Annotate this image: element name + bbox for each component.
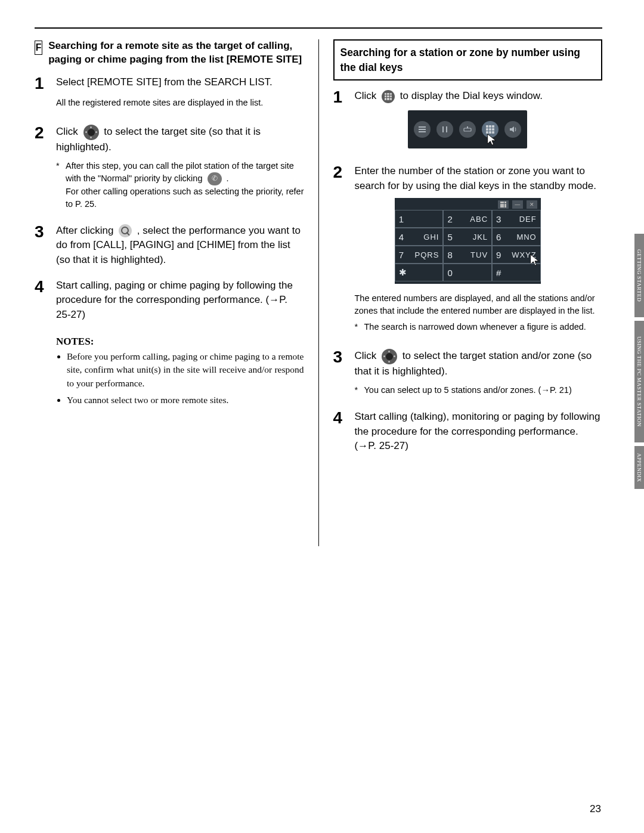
page-number: 23 (590, 803, 601, 815)
svg-rect-0 (419, 126, 426, 128)
text: After clicking (56, 225, 116, 236)
keypad-illustration: — ✕ 12ABC3DEF4GHI5JKL6MNO7PQRS8TUV9WXYZ✱… (395, 198, 541, 284)
close-icon: ✕ (527, 200, 537, 209)
asterisk: * (355, 321, 361, 333)
step-number: 4 (35, 278, 48, 323)
note-text: The search is narrowed down whenever a f… (364, 321, 586, 333)
notes-list: Before you perform calling, paging or ch… (56, 350, 304, 407)
dial-keys-icon (382, 90, 395, 103)
keypad-key: 7PQRS (395, 246, 444, 264)
keypad-key: # (492, 264, 541, 281)
step-text: Start calling, paging or chime paging by… (56, 278, 304, 323)
step-note: The entered numbers are displayed, and a… (355, 292, 603, 317)
center-button-icon (382, 349, 397, 364)
svg-rect-4 (467, 126, 468, 128)
text: Click (355, 90, 380, 101)
note-text: After this step, you can call the pilot … (66, 160, 304, 210)
dial-keys-icon (482, 121, 499, 138)
keypad-key: 2ABC (443, 210, 492, 228)
column-divider (318, 39, 319, 546)
box-heading: Searching for a station or zone by numbe… (333, 39, 603, 80)
step-number: 1 (333, 89, 346, 106)
step-number: 2 (333, 164, 346, 193)
step-number: 3 (333, 349, 346, 379)
text: After this step, you can call the pilot … (66, 161, 294, 183)
search-icon (119, 224, 132, 237)
keypad-key: 9WXYZ (492, 246, 541, 264)
text: For other calling operations such as sel… (66, 187, 304, 209)
keypad-key: ✱ (395, 264, 444, 281)
notes-heading: NOTES: (56, 336, 304, 348)
call-icon: ✆ (208, 172, 222, 185)
step-text: Start calling (talking), monitoring or p… (355, 410, 603, 454)
keypad-key: 3DEF (492, 210, 541, 228)
step-note: All the registered remote sites are disp… (56, 97, 304, 109)
minimize-icon: — (512, 200, 523, 209)
section-badge: F (35, 41, 42, 55)
step-text: After clicking , select the performance … (56, 224, 304, 268)
svg-rect-3 (464, 128, 471, 131)
step-text: Enter the number of the station or zone … (355, 164, 603, 193)
tools-icon (436, 121, 453, 138)
center-button-icon (83, 125, 99, 140)
left-column: F Searching for a remote site as the tar… (35, 39, 304, 546)
step-number: 3 (35, 224, 48, 268)
text: Click (355, 351, 380, 362)
side-tabs: GETTING STARTED USING THE PC MASTER STAT… (634, 234, 644, 489)
text: . (227, 174, 229, 183)
step-number: 2 (35, 125, 48, 155)
keypad-key: 4GHI (395, 228, 444, 246)
keypad-key: 5JKL (443, 228, 492, 246)
toolbar-illustration (408, 110, 527, 148)
top-rule (35, 27, 602, 29)
step-number: 4 (333, 410, 346, 454)
list-icon (414, 121, 431, 138)
right-column: Searching for a station or zone by numbe… (333, 39, 603, 546)
keypad-key: 1 (395, 210, 444, 228)
svg-rect-1 (419, 129, 426, 130)
note-item: You cannot select two or more remote sit… (67, 394, 304, 407)
asterisk: * (56, 160, 62, 210)
keypad-key: 6MNO (492, 228, 541, 246)
keyboard-icon (459, 121, 476, 138)
speaker-icon (504, 121, 521, 138)
keypad-min-icon (498, 200, 509, 209)
text: to display the Dial keys window. (400, 90, 543, 101)
note-item: Before you perform calling, paging or ch… (67, 350, 304, 390)
keypad-key: 0 (443, 264, 492, 281)
side-tab: USING THE PC MASTER STATION (634, 321, 644, 442)
asterisk: * (355, 384, 361, 397)
section-title: Searching for a remote site as the targe… (48, 39, 304, 67)
step-text: Click to select the target site (so that… (56, 125, 304, 155)
keypad-key: 8TUV (443, 246, 492, 264)
side-tab: GETTING STARTED (634, 234, 644, 317)
step-text: Click to display the Dial keys window. (355, 89, 603, 106)
text: Click (56, 126, 81, 137)
step-number: 1 (35, 75, 48, 92)
side-tab: APPENDIX (634, 446, 644, 490)
step-text: Click to select the target station and/o… (355, 349, 603, 379)
svg-rect-2 (419, 131, 426, 132)
note-text: You can select up to 5 stations and/or z… (364, 384, 572, 397)
step-text: Select [REMOTE SITE] from the SEARCH LIS… (56, 75, 304, 92)
